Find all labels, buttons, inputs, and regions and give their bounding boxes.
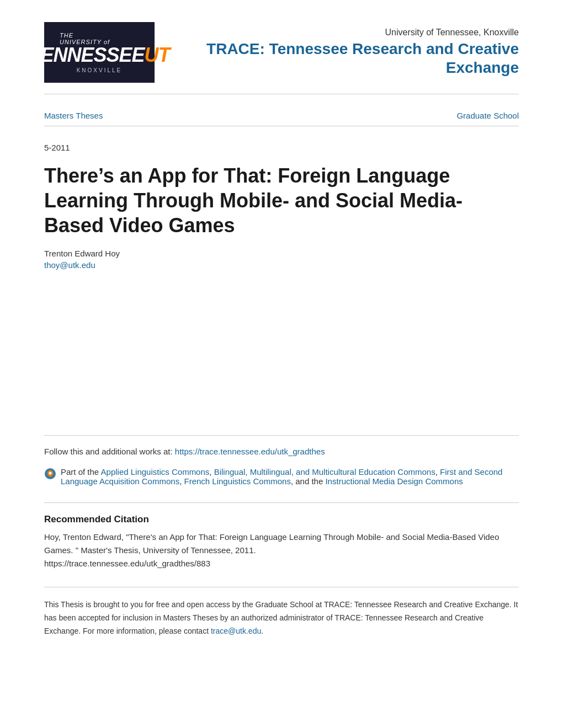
applied-linguistics-link[interactable]: Applied Linguistics Commons: [101, 467, 210, 477]
author-name: Trenton Edward Hoy: [44, 249, 519, 258]
logo-tennessee-text: TENNESSEEUT: [29, 45, 169, 65]
part-of-text: Part of the Applied Linguistics Commons,…: [61, 467, 519, 486]
citation-heading: Recommended Citation: [44, 514, 519, 525]
university-logo: THE UNIVERSITY of TENNESSEEUT KNOXVILLE: [44, 22, 155, 83]
follow-link[interactable]: https://trace.tennessee.edu/utk_gradthes: [175, 447, 325, 456]
sep4: , and the: [291, 477, 326, 486]
bilingual-education-link[interactable]: Bilingual, Multilingual, and Multicultur…: [214, 467, 435, 477]
graduate-school-link[interactable]: Graduate School: [456, 111, 519, 120]
logo-ut-suffix: UT: [145, 44, 170, 66]
article-title: There’s an App for That: Foreign Languag…: [44, 163, 519, 238]
citation-text: Hoy, Trenton Edward, "There's an App for…: [44, 531, 519, 570]
header-text-block: University of Tennessee, Knoxville TRACE…: [177, 28, 519, 77]
instructional-media-link[interactable]: Instructional Media Design Commons: [325, 477, 463, 486]
nav-bar: Masters Theses Graduate School: [44, 105, 519, 126]
sep2: ,: [435, 467, 440, 477]
header: THE UNIVERSITY of TENNESSEEUT KNOXVILLE …: [44, 22, 519, 94]
divider-2: [44, 587, 519, 587]
sep1: ,: [209, 467, 214, 477]
footer-period: .: [261, 627, 263, 635]
contact-email-link[interactable]: trace@utk.edu: [211, 627, 261, 635]
footer-text-main: This Thesis is brought to you for free a…: [44, 600, 518, 635]
header-trace-title: TRACE: Tennessee Research and Creative E…: [177, 40, 519, 77]
commons-icon: [44, 468, 56, 480]
part-of-section: Part of the Applied Linguistics Commons,…: [44, 467, 519, 486]
author-email-link[interactable]: thoy@utk.edu: [44, 260, 519, 270]
article-date: 5-2011: [44, 143, 519, 152]
logo-the-text: THE: [60, 32, 73, 39]
page: THE UNIVERSITY of TENNESSEEUT KNOXVILLE …: [0, 0, 563, 728]
citation-section: Recommended Citation Hoy, Trenton Edward…: [44, 514, 519, 570]
logo-knoxville-text: KNOXVILLE: [77, 67, 123, 73]
header-university-name: University of Tennessee, Knoxville: [177, 28, 519, 38]
footer-text: This Thesis is brought to you for free a…: [44, 598, 519, 638]
masters-theses-link[interactable]: Masters Theses: [44, 111, 103, 120]
french-linguistics-link[interactable]: French Linguistics Commons: [184, 477, 290, 486]
part-of-prefix: Part of the: [61, 467, 101, 477]
divider-1: [44, 502, 519, 503]
svg-point-1: [49, 472, 52, 475]
follow-section: Follow this and additional works at: htt…: [44, 435, 519, 456]
follow-text: Follow this and additional works at:: [44, 447, 175, 456]
